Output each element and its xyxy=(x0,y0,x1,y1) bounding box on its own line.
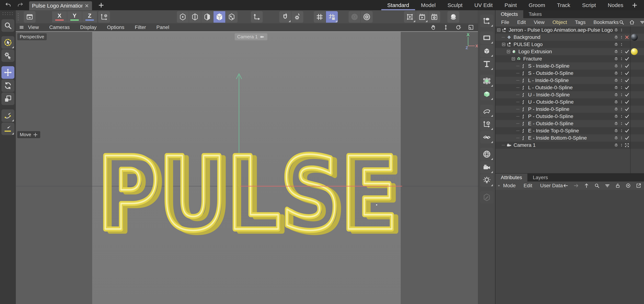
check-state-icon[interactable] xyxy=(624,114,630,119)
check-state-icon[interactable] xyxy=(624,92,630,98)
search-button[interactable] xyxy=(619,20,624,25)
dots-icon[interactable] xyxy=(620,35,624,40)
palette-grip[interactable] xyxy=(2,12,14,15)
dots-icon[interactable] xyxy=(620,85,624,90)
layers-stack-icon[interactable] xyxy=(613,49,620,54)
edges-mode-button[interactable] xyxy=(189,11,201,23)
tree-row-p-inside-0-spline[interactable]: P - Inside-0-Spline xyxy=(496,106,644,113)
maximize-view-button[interactable] xyxy=(468,24,474,31)
parent-object-button[interactable] xyxy=(584,183,590,188)
camera-object-button[interactable] xyxy=(480,161,494,174)
tree-row-fracture[interactable]: Fracture xyxy=(496,55,644,62)
dots-icon[interactable] xyxy=(620,92,624,98)
instance-button[interactable] xyxy=(480,131,494,144)
volume-builder-button[interactable] xyxy=(480,88,494,100)
tree-row-pulse-logo[interactable]: PULSE Logo xyxy=(496,41,644,48)
tree-row-e-inside-top-0-spline[interactable]: E - Inside Top-0-Spline xyxy=(496,127,644,134)
layers-stack-icon[interactable] xyxy=(613,128,620,133)
points-mode-button[interactable] xyxy=(177,11,189,23)
viewport[interactable]: PULSE Perspective Camera 1 Move Y X xyxy=(16,32,478,304)
menu-edit[interactable]: Edit xyxy=(517,20,526,25)
undo-button[interactable] xyxy=(4,2,12,9)
document-tab[interactable]: Pulse Logo Animation... xyxy=(29,1,92,10)
history-forward-button[interactable] xyxy=(573,183,579,188)
dots-icon[interactable] xyxy=(620,56,624,62)
menu-tags[interactable]: Tags xyxy=(575,20,586,25)
menu-edit[interactable]: Edit xyxy=(524,183,532,188)
search-button[interactable] xyxy=(594,183,600,188)
redo-button[interactable] xyxy=(16,2,24,9)
asset-browser-button[interactable] xyxy=(24,11,36,23)
menu-view[interactable]: View xyxy=(534,20,544,25)
motext-button[interactable] xyxy=(480,58,494,70)
layers-stack-icon[interactable] xyxy=(613,142,620,148)
default-material-button[interactable] xyxy=(448,11,459,23)
tab-script[interactable]: Script xyxy=(576,0,602,10)
light-object-button[interactable] xyxy=(480,174,494,187)
check-state-icon[interactable] xyxy=(624,56,630,62)
menu-object[interactable]: Object xyxy=(552,20,567,25)
viewport-menu-icon[interactable] xyxy=(18,25,25,30)
dots-icon[interactable] xyxy=(620,42,624,47)
tree-row-jerron-pulse-logo-animation-aep-pulse-logo-animation[interactable]: Jerron - Pulse Logo Animation.aep-Pulse … xyxy=(496,27,644,34)
workplane-button[interactable] xyxy=(314,11,326,23)
layers-stack-icon[interactable] xyxy=(613,56,620,62)
layers-stack-icon[interactable] xyxy=(613,42,620,47)
rectangle-spline-button[interactable] xyxy=(480,32,494,44)
tree-row-camera-1[interactable]: Camera 1 xyxy=(496,142,644,149)
tweak-tool-button[interactable] xyxy=(2,49,14,62)
filter-button[interactable] xyxy=(640,20,644,25)
layers-stack-icon[interactable] xyxy=(613,71,620,76)
panel-menu-icon[interactable] xyxy=(498,183,500,188)
check-state-icon[interactable] xyxy=(624,128,630,133)
sketch-tool-button[interactable] xyxy=(2,123,14,135)
layers-stack-icon[interactable] xyxy=(613,121,620,126)
tab-objects[interactable]: Objects xyxy=(496,10,523,18)
cube-primitive-button[interactable] xyxy=(480,45,494,57)
tree-row-u-outside-0-spline[interactable]: U - Outside-0-Spline xyxy=(496,98,644,106)
home-button[interactable] xyxy=(629,20,635,25)
check-state-icon[interactable] xyxy=(624,63,630,69)
menu-display[interactable]: Display xyxy=(80,25,97,30)
dots-icon[interactable] xyxy=(620,78,624,83)
expander-icon[interactable] xyxy=(506,49,511,54)
snap-settings-button[interactable] xyxy=(292,11,303,23)
menu-cameras[interactable]: Cameras xyxy=(49,25,70,30)
tab-standard[interactable]: Standard xyxy=(381,0,415,10)
check-state-icon[interactable] xyxy=(624,135,630,141)
subdivision-surface-button[interactable] xyxy=(480,75,494,87)
menu-view[interactable]: View xyxy=(28,25,39,30)
detach-panel-button[interactable] xyxy=(636,183,642,188)
dots-icon[interactable] xyxy=(620,27,624,33)
menu-options[interactable]: Options xyxy=(107,25,124,30)
tree-row-logo-extrusion[interactable]: Logo Extrusion xyxy=(496,48,644,55)
dots-icon[interactable] xyxy=(620,99,624,105)
toolbar-grip[interactable] xyxy=(17,13,20,22)
layers-stack-icon[interactable] xyxy=(613,135,620,141)
lock-panel-button[interactable] xyxy=(615,183,621,188)
dolly-view-button[interactable] xyxy=(443,24,449,31)
pan-view-button[interactable] xyxy=(430,24,436,31)
dots-icon[interactable] xyxy=(620,63,624,69)
dots-icon[interactable] xyxy=(620,114,624,119)
scale-tool-button[interactable] xyxy=(2,93,14,105)
tab-groom[interactable]: Groom xyxy=(523,0,551,10)
rotate-tool-button[interactable] xyxy=(2,79,14,92)
close-tab-icon[interactable] xyxy=(84,4,89,8)
dots-icon[interactable] xyxy=(620,107,624,112)
layers-stack-icon[interactable] xyxy=(613,27,620,33)
tree-row-p-outside-0-spline[interactable]: P - Outside-0-Spline xyxy=(496,113,644,120)
expander-icon[interactable] xyxy=(501,42,506,47)
menu-panel[interactable]: Panel xyxy=(156,25,169,30)
tree-row-u-inside-0-spline[interactable]: U - Inside-0-Spline xyxy=(496,91,644,98)
snap-toggle-button[interactable] xyxy=(279,11,291,23)
model-mode-button[interactable] xyxy=(214,11,225,23)
move-tool-button[interactable] xyxy=(2,66,14,79)
dots-icon[interactable] xyxy=(620,135,624,141)
tab-attributes[interactable]: Attributes xyxy=(496,174,528,181)
render-view-button[interactable] xyxy=(404,11,416,23)
record-button[interactable] xyxy=(625,183,631,188)
tree-row-l-outside-0-spline[interactable]: L - Outside-0-Spline xyxy=(496,84,644,91)
coordinate-system-button[interactable] xyxy=(98,11,110,23)
check-state-icon[interactable] xyxy=(624,49,630,54)
